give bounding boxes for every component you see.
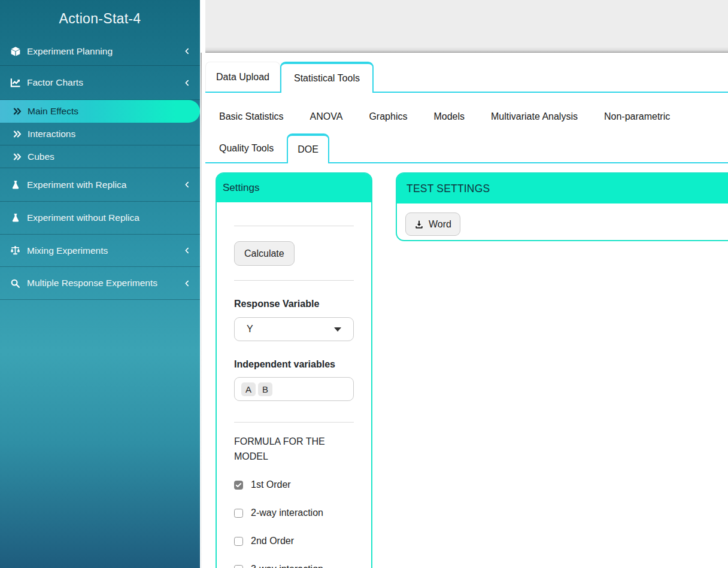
sidebar-item-label: Cubes [28, 151, 54, 162]
divider [234, 280, 354, 281]
sidebar-item-label: Main Effects [28, 106, 78, 117]
window-header-bar [205, 0, 728, 53]
tab-statistical-tools[interactable]: Statistical Tools [280, 62, 374, 93]
subtab-basic-statistics[interactable]: Basic Statistics [206, 111, 297, 122]
response-variable-select[interactable]: Y [234, 317, 354, 341]
cube-icon [9, 46, 22, 57]
test-settings-panel-header: TEST SETTINGS [397, 174, 728, 203]
settings-panel-header: Settings [217, 174, 371, 202]
sidebar-item-label: Experiment with Replica [27, 180, 126, 190]
variable-tag-a[interactable]: A [241, 382, 256, 396]
sidebar-item-label: Experiment without Replica [27, 212, 139, 223]
sidebar-item-main-effects[interactable]: Main Effects [0, 100, 200, 123]
checkbox-label: 2nd Order [251, 536, 294, 546]
subtab-graphics[interactable]: Graphics [356, 111, 420, 122]
app-title: Action-Stat-4 [0, 0, 200, 37]
checkbox-label: 1st Order [251, 479, 291, 490]
sidebar-item-label: Multiple Response Experiments [27, 278, 157, 288]
subtab-multivariate-analysis[interactable]: Multivariate Analysis [478, 111, 591, 122]
chevron-left-icon [183, 79, 191, 87]
subtab-non-parametric[interactable]: Non-parametric [591, 111, 683, 122]
content-edge-divider [201, 53, 202, 568]
search-icon [9, 278, 22, 288]
checkbox[interactable] [234, 565, 243, 568]
tab-label: Data Upload [216, 72, 269, 83]
tool-tab-bar-row1: Basic Statistics ANOVA Graphics Models M… [206, 100, 683, 133]
caret-down-icon [334, 327, 341, 332]
chevron-left-icon [183, 181, 191, 189]
flask-icon [9, 180, 22, 190]
formula-section-title: FORMULA FOR THE MODEL [234, 434, 354, 464]
checkbox-row-2nd-order[interactable]: 2nd Order [234, 536, 354, 546]
download-icon [414, 220, 424, 229]
word-export-button[interactable]: Word [405, 212, 460, 236]
tab-label: Statistical Tools [294, 73, 360, 84]
chevron-left-icon [183, 47, 191, 55]
double-chevron-right-icon [12, 107, 23, 116]
sidebar: Action-Stat-4 Experiment Planning Factor… [0, 0, 200, 568]
tool-tab-bar-row2: Quality Tools DOE [206, 133, 329, 163]
checkbox-row-2-way-interaction[interactable]: 2-way interaction [234, 508, 354, 518]
word-button-label: Word [429, 219, 451, 230]
sidebar-item-label: Factor Charts [27, 77, 83, 88]
subtab-doe[interactable]: DOE [287, 133, 329, 163]
double-chevron-right-icon [12, 152, 23, 162]
test-settings-panel-body: Word [397, 203, 728, 245]
checkbox-label: 2-way interaction [251, 508, 323, 518]
sidebar-item-cubes[interactable]: Cubes [0, 145, 200, 168]
sidebar-item-label: Experiment Planning [27, 46, 113, 57]
checkbox-row-1st-order[interactable]: 1st Order [234, 479, 354, 490]
main-tab-bar: Data Upload Statistical Tools [205, 62, 374, 93]
chart-line-icon [9, 77, 22, 88]
settings-panel: Settings Calculate Response Variable Y I… [216, 172, 372, 568]
subtab-models[interactable]: Models [420, 111, 478, 122]
sidebar-item-factor-charts[interactable]: Factor Charts [0, 66, 200, 100]
checkbox[interactable] [234, 509, 243, 518]
response-variable-label: Response Variable [234, 299, 354, 309]
calculate-button[interactable]: Calculate [234, 241, 295, 266]
independent-variables-label: Independent variables [234, 359, 354, 370]
sidebar-item-experiment-with-replica[interactable]: Experiment with Replica [0, 168, 200, 202]
settings-panel-body: Calculate Response Variable Y Independen… [217, 226, 371, 568]
test-settings-panel-title: TEST SETTINGS [407, 183, 490, 195]
checkbox[interactable] [234, 481, 243, 490]
divider [234, 422, 354, 423]
chevron-left-icon [183, 247, 191, 254]
flask-icon [9, 213, 22, 223]
sidebar-item-label: Interactions [28, 129, 75, 139]
subtab-quality-tools[interactable]: Quality Tools [206, 133, 287, 163]
sidebar-item-label: Mixing Experiments [27, 245, 108, 256]
variable-tag-b[interactable]: B [258, 382, 272, 396]
independent-variables-input[interactable]: A B [234, 377, 354, 401]
sidebar-item-multiple-response-experiments[interactable]: Multiple Response Experiments [0, 267, 200, 300]
sidebar-item-experiment-without-replica[interactable]: Experiment without Replica [0, 202, 200, 235]
checkbox[interactable] [234, 537, 243, 546]
double-chevron-right-icon [12, 129, 23, 139]
scale-icon [9, 245, 22, 256]
tab-data-upload[interactable]: Data Upload [205, 62, 280, 92]
checkbox-label: 3-way interaction [251, 564, 323, 568]
sidebar-item-mixing-experiments[interactable]: Mixing Experiments [0, 235, 200, 267]
sidebar-nav: Experiment Planning Factor Charts Main E… [0, 37, 200, 300]
sidebar-item-interactions[interactable]: Interactions [0, 123, 200, 145]
subtab-anova[interactable]: ANOVA [297, 111, 356, 122]
response-variable-value: Y [247, 324, 253, 335]
sidebar-item-experiment-planning[interactable]: Experiment Planning [0, 37, 200, 66]
test-settings-panel: TEST SETTINGS Word [396, 172, 728, 241]
checkbox-row-3-way-interaction[interactable]: 3-way interaction [234, 564, 354, 568]
chevron-left-icon [183, 280, 191, 287]
settings-panel-title: Settings [223, 182, 259, 194]
divider [234, 226, 354, 226]
